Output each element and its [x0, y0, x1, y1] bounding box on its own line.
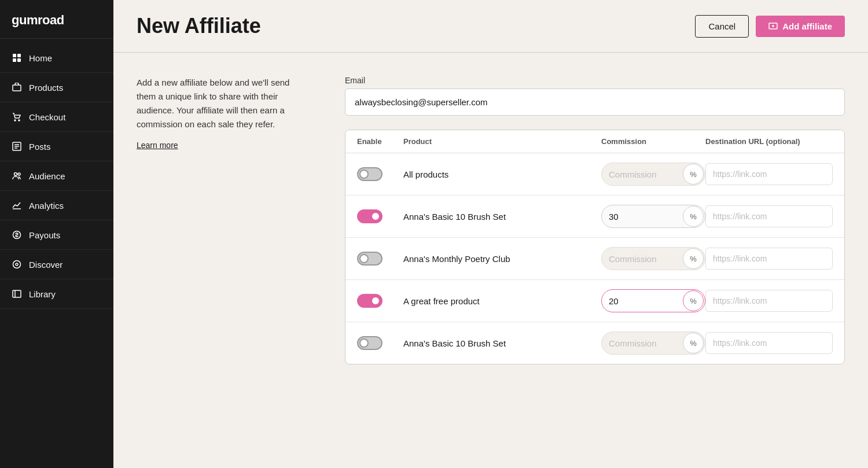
percent-sign-poetry: %	[683, 248, 704, 269]
library-icon	[12, 289, 22, 299]
commission-brush-set2: %	[601, 331, 705, 355]
svg-rect-4	[13, 85, 21, 91]
commission-free-product: %	[601, 289, 705, 312]
sidebar-item-products[interactable]: Products	[0, 73, 113, 102]
table-row: Anna's Monthly Poetry Club %	[345, 238, 844, 280]
sidebar-item-discover[interactable]: Discover	[0, 250, 113, 279]
table-header: Enable Product Commission Destination UR…	[345, 130, 844, 153]
svg-point-5	[14, 120, 16, 121]
svg-point-15	[13, 261, 21, 268]
toggle-all-products-wrapper	[357, 167, 403, 181]
audience-icon	[12, 171, 22, 181]
commission-input-brush[interactable]	[602, 212, 682, 222]
sidebar-item-home[interactable]: Home	[0, 43, 113, 73]
commission-input-free[interactable]	[602, 296, 682, 306]
product-name-poetry: Anna's Monthly Poetry Club	[403, 254, 601, 264]
table-row: A great free product %	[345, 280, 844, 322]
url-input-brush[interactable]	[705, 205, 833, 227]
description-text: Add a new affiliate below and we'll send…	[137, 76, 310, 131]
sidebar-item-discover-label: Discover	[29, 260, 62, 270]
commission-brush-set: %	[601, 205, 705, 228]
svg-point-6	[19, 120, 20, 121]
sidebar-item-payouts-label: Payouts	[29, 230, 60, 240]
header-destination-url: Destination URL (optional)	[705, 137, 833, 146]
products-icon	[12, 82, 22, 93]
commission-input-all[interactable]	[602, 169, 682, 179]
posts-icon	[12, 141, 22, 152]
percent-sign-brush2: %	[683, 333, 704, 353]
home-icon	[12, 53, 22, 63]
svg-point-12	[18, 173, 20, 175]
page-header: New Affiliate Cancel Add affiliate	[113, 0, 868, 53]
sidebar-item-audience-label: Audience	[29, 171, 65, 181]
sidebar-item-home-label: Home	[29, 53, 52, 63]
products-table: Enable Product Commission Destination UR…	[345, 130, 845, 364]
toggle-poetry-club-wrapper	[357, 252, 403, 266]
checkout-icon	[12, 112, 22, 122]
sidebar-item-products-label: Products	[29, 83, 63, 93]
svg-rect-17	[13, 290, 21, 297]
sidebar: gumroad Home Products	[0, 0, 113, 468]
commission-all-products: %	[601, 163, 705, 186]
page-title: New Affiliate	[137, 14, 261, 38]
table-row: All products %	[345, 153, 844, 196]
cancel-button[interactable]: Cancel	[695, 15, 749, 38]
add-affiliate-button[interactable]: Add affiliate	[756, 16, 845, 37]
product-name-free: A great free product	[403, 296, 601, 306]
sidebar-item-payouts[interactable]: Payouts	[0, 220, 113, 250]
logo-text: gumroad	[12, 13, 64, 27]
table-row: Anna's Basic 10 Brush Set %	[345, 322, 844, 364]
page-content: Add a new affiliate below and we'll send…	[113, 53, 868, 468]
sidebar-item-analytics[interactable]: Analytics	[0, 191, 113, 220]
product-name-all: All products	[403, 169, 601, 179]
left-panel: Add a new affiliate below and we'll send…	[137, 76, 310, 445]
analytics-icon	[12, 200, 22, 211]
payouts-icon	[12, 230, 22, 240]
add-affiliate-icon	[768, 21, 778, 31]
percent-sign-brush: %	[683, 206, 704, 227]
sidebar-item-posts[interactable]: Posts	[0, 132, 113, 161]
header-actions: Cancel Add affiliate	[695, 15, 845, 38]
product-name-brush2: Anna's Basic 10 Brush Set	[403, 338, 601, 348]
header-product: Product	[403, 137, 601, 146]
main-content: New Affiliate Cancel Add affiliate Add a…	[113, 0, 868, 468]
toggle-poetry-club[interactable]	[357, 252, 382, 266]
svg-rect-1	[17, 54, 21, 57]
url-input-poetry[interactable]	[705, 248, 833, 270]
url-input-brush2[interactable]	[705, 332, 833, 354]
toggle-all-products[interactable]	[357, 167, 382, 181]
discover-icon	[12, 259, 22, 270]
svg-rect-0	[13, 54, 16, 57]
sidebar-item-checkout[interactable]: Checkout	[0, 102, 113, 132]
toggle-free-product[interactable]	[357, 294, 382, 308]
sidebar-item-checkout-label: Checkout	[29, 112, 65, 122]
sidebar-item-audience[interactable]: Audience	[0, 161, 113, 191]
header-enable: Enable	[357, 137, 403, 146]
svg-point-11	[14, 173, 17, 176]
svg-point-16	[16, 263, 18, 266]
commission-input-brush2[interactable]	[602, 338, 682, 348]
commission-input-poetry[interactable]	[602, 254, 682, 264]
commission-poetry-club: %	[601, 247, 705, 270]
svg-rect-3	[17, 58, 21, 62]
learn-more-link[interactable]: Learn more	[137, 141, 178, 150]
email-input[interactable]	[345, 89, 845, 116]
add-affiliate-label: Add affiliate	[782, 21, 832, 31]
sidebar-item-analytics-label: Analytics	[29, 201, 64, 211]
email-label: Email	[345, 76, 845, 85]
sidebar-item-posts-label: Posts	[29, 142, 51, 152]
table-row: Anna's Basic 10 Brush Set %	[345, 196, 844, 238]
toggle-brush-set-wrapper	[357, 209, 403, 223]
sidebar-item-library-label: Library	[29, 289, 56, 299]
right-panel: Email Enable Product Commission Destinat…	[345, 76, 845, 445]
product-name-brush: Anna's Basic 10 Brush Set	[403, 212, 601, 222]
percent-sign-all: %	[683, 164, 704, 185]
toggle-brush-set2-wrapper	[357, 336, 403, 350]
url-input-free[interactable]	[705, 290, 833, 312]
url-input-all[interactable]	[705, 163, 833, 185]
header-commission: Commission	[601, 137, 705, 146]
toggle-brush-set2[interactable]	[357, 336, 382, 350]
sidebar-item-library[interactable]: Library	[0, 279, 113, 309]
toggle-brush-set[interactable]	[357, 209, 382, 223]
sidebar-nav: Home Products Checkout	[0, 39, 113, 314]
